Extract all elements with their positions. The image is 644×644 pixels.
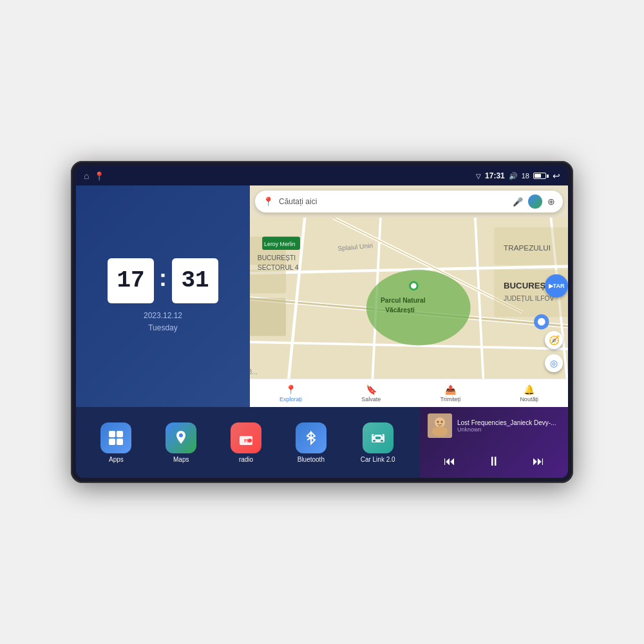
music-info: Lost Frequencies_Janieck Devy-... Unknow… xyxy=(428,413,560,438)
svg-text:JUDEȚUL ILFOV: JUDEȚUL ILFOV xyxy=(504,295,554,302)
map-panel[interactable]: 📍 Căutați aici 🎤 ⊕ xyxy=(250,185,568,407)
news-icon: 🔔 xyxy=(524,384,535,395)
clock-colon: : xyxy=(159,267,167,290)
svg-rect-37 xyxy=(117,431,123,437)
svg-point-50 xyxy=(432,426,448,437)
map-nav-send[interactable]: 📤 Trimiteți xyxy=(440,384,461,402)
svg-rect-36 xyxy=(109,431,115,437)
apps-icon xyxy=(100,422,131,453)
app-item-maps[interactable]: Maps xyxy=(166,422,196,463)
svg-point-43 xyxy=(248,439,252,442)
svg-point-51 xyxy=(437,421,439,423)
signal-icon: ▽ xyxy=(476,173,481,180)
svg-point-40 xyxy=(179,433,183,437)
status-right: ▽ 17:31 🔊 18 ↩ xyxy=(476,171,560,181)
svg-rect-17 xyxy=(250,270,286,294)
svg-point-35 xyxy=(538,318,545,326)
device-shell: ⌂ 📍 ▽ 17:31 🔊 18 ↩ xyxy=(71,161,573,483)
svg-rect-46 xyxy=(381,440,383,442)
svg-rect-45 xyxy=(373,440,375,442)
maps-svg-icon xyxy=(173,430,189,446)
apps-bar: Apps Maps xyxy=(76,407,420,478)
svg-point-15 xyxy=(411,283,417,289)
map-start-button[interactable]: ▶TAR xyxy=(545,274,568,298)
map-search-pin-icon: 📍 xyxy=(263,196,274,207)
map-nav-bar: 📍 Explorați 🔖 Salvate 📤 Trimiteți � xyxy=(250,379,568,407)
bottom-row: Apps Maps xyxy=(76,407,568,478)
carlink-icon xyxy=(363,422,393,453)
app-item-carlink[interactable]: Car Link 2.0 xyxy=(361,422,395,463)
main-content: 17 : 31 2023.12.12 Tuesday 📍 Căutați aic… xyxy=(76,185,568,478)
apps-svg-icon xyxy=(108,430,124,446)
status-time: 17:31 xyxy=(485,171,505,180)
map-nav-explore[interactable]: 📍 Explorați xyxy=(279,384,302,402)
status-left: ⌂ 📍 xyxy=(84,171,104,181)
svg-rect-38 xyxy=(109,439,115,445)
app-item-radio[interactable]: FM radio xyxy=(231,422,261,463)
status-bar: ⌂ 📍 ▽ 17:31 🔊 18 ↩ xyxy=(76,166,568,185)
clock-date: 2023.12.12 Tuesday xyxy=(144,310,182,334)
svg-text:Șoseaua B...: Șoseaua B... xyxy=(250,368,258,375)
music-controls: ⏮ ⏸ ⏭ xyxy=(428,451,560,471)
bluetooth-icon xyxy=(296,422,327,453)
radio-icon: FM xyxy=(231,422,261,453)
svg-rect-18 xyxy=(250,298,286,336)
clock-panel: 17 : 31 2023.12.12 Tuesday xyxy=(76,185,250,407)
explore-icon: 📍 xyxy=(285,384,296,395)
music-text: Lost Frequencies_Janieck Devy-... Unknow… xyxy=(457,419,560,433)
back-icon[interactable]: ↩ xyxy=(553,171,560,181)
apps-label: Apps xyxy=(109,456,124,463)
app-item-apps[interactable]: Apps xyxy=(100,422,131,463)
music-thumbnail xyxy=(428,413,452,438)
maps-icon xyxy=(166,422,196,453)
carlink-label: Car Link 2.0 xyxy=(361,456,395,463)
radio-svg-icon: FM xyxy=(238,430,254,446)
svg-rect-39 xyxy=(117,439,123,445)
maps-status-icon[interactable]: 📍 xyxy=(94,171,104,181)
svg-text:TRAPEZULUI: TRAPEZULUI xyxy=(504,243,551,252)
battery-icon xyxy=(533,173,549,179)
svg-text:Parcul Natural: Parcul Natural xyxy=(381,297,426,304)
clock-hours: 17 xyxy=(108,258,154,303)
clock-display: 17 : 31 xyxy=(108,258,218,303)
svg-text:SECTORUL 4: SECTORUL 4 xyxy=(258,264,299,271)
carlink-svg-icon xyxy=(370,430,386,446)
svg-text:Văcărești: Văcărești xyxy=(385,307,415,314)
home-icon[interactable]: ⌂ xyxy=(84,171,89,181)
volume-icon: 🔊 xyxy=(509,172,518,180)
battery-level: 18 xyxy=(522,172,529,180)
svg-text:Leroy Merlin: Leroy Merlin xyxy=(264,241,296,247)
svg-text:BUCUREȘTI: BUCUREȘTI xyxy=(258,254,296,261)
top-row: 17 : 31 2023.12.12 Tuesday 📍 Căutați aic… xyxy=(76,185,568,407)
send-icon: 📤 xyxy=(445,384,456,395)
app-item-bluetooth[interactable]: Bluetooth xyxy=(296,422,327,463)
map-avatar[interactable] xyxy=(528,194,542,209)
map-location-button[interactable]: ◎ xyxy=(545,354,563,372)
maps-label: Maps xyxy=(173,456,189,463)
svg-rect-47 xyxy=(375,437,381,439)
bluetooth-svg-icon xyxy=(303,430,319,446)
music-artist: Unknown xyxy=(457,426,560,433)
map-compass-button[interactable]: 🧭 xyxy=(545,331,563,349)
svg-point-52 xyxy=(441,421,443,423)
clock-minutes: 31 xyxy=(172,258,218,303)
map-layers-icon[interactable]: ⊕ xyxy=(547,196,555,207)
svg-point-49 xyxy=(435,417,445,428)
music-prev-button[interactable]: ⏮ xyxy=(439,452,460,471)
music-next-button[interactable]: ⏭ xyxy=(527,452,549,471)
music-play-button[interactable]: ⏸ xyxy=(482,451,506,471)
svg-point-11 xyxy=(366,270,471,346)
map-nav-saved[interactable]: 🔖 Salvate xyxy=(361,384,381,402)
map-search-bar[interactable]: 📍 Căutați aici 🎤 ⊕ xyxy=(255,191,563,213)
radio-label: radio xyxy=(239,456,253,463)
screen: ⌂ 📍 ▽ 17:31 🔊 18 ↩ xyxy=(76,166,568,478)
map-voice-icon[interactable]: 🎤 xyxy=(513,197,523,207)
music-panel: Lost Frequencies_Janieck Devy-... Unknow… xyxy=(420,407,568,478)
map-search-text[interactable]: Căutați aici xyxy=(279,197,507,206)
saved-icon: 🔖 xyxy=(366,384,377,395)
music-title: Lost Frequencies_Janieck Devy-... xyxy=(457,419,560,426)
map-nav-news[interactable]: 🔔 Noutăți xyxy=(520,384,538,402)
bluetooth-label: Bluetooth xyxy=(298,456,325,463)
album-art xyxy=(428,413,452,438)
